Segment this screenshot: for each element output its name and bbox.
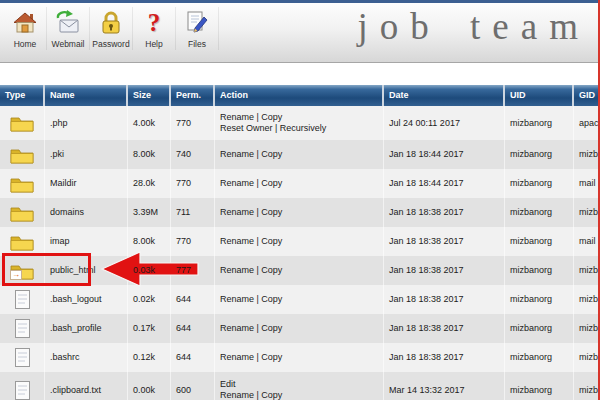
file-size: 0.17k	[133, 323, 170, 334]
file-size: 8.00k	[133, 149, 170, 160]
file-gid: mizbanorg	[579, 207, 599, 218]
brand-logo: job team	[358, 5, 590, 48]
file-uid: mizbanorg	[510, 236, 573, 247]
file-perm: 777	[176, 265, 214, 276]
toolbar-item-password[interactable]: Password	[90, 7, 133, 50]
help-icon: ?	[140, 9, 168, 37]
table-row[interactable]: → Maildir 28.0k 770 Rename | Copy Jan 18…	[0, 169, 600, 198]
file-table: Type Name Size Perm. Action Date UID GID	[0, 85, 600, 400]
file-date: Jan 18 18:38 2017	[389, 236, 504, 247]
toolbar-item-webmail[interactable]: Webmail	[47, 7, 90, 50]
table-row[interactable]: → public_html 0.03k 777 Rename | Copy Ja…	[0, 256, 600, 285]
folder-icon	[10, 114, 34, 132]
file-name-link[interactable]: .bash_profile	[50, 323, 127, 334]
column-header-date[interactable]: Date	[384, 85, 505, 106]
file-uid: mizbanorg	[510, 294, 573, 305]
file-perm: 770	[176, 236, 214, 247]
file-name-link[interactable]: .bash_logout	[50, 294, 127, 305]
file-perm: 644	[176, 323, 214, 334]
file-name-link[interactable]: .pki	[50, 149, 127, 160]
file-uid: mizbanorg	[510, 118, 573, 129]
file-gid: mizbanorg	[579, 149, 599, 160]
column-header-action[interactable]: Action	[215, 85, 384, 106]
file-date: Jan 18 18:44 2017	[389, 149, 504, 160]
home-icon	[11, 9, 39, 37]
file-type-cell: →	[0, 256, 45, 285]
file-perm: 770	[176, 118, 214, 129]
file-size: 3.39M	[133, 207, 170, 218]
table-row[interactable]: → domains 3.39M 711 Rename | Copy Jan 18…	[0, 198, 600, 227]
toolbar: Home Webmail	[0, 0, 600, 63]
file-type-cell: →	[0, 198, 45, 227]
action-links-line[interactable]: Edit	[220, 379, 383, 390]
column-header-gid[interactable]: GID	[574, 85, 600, 106]
file-uid: mizbanorg	[510, 385, 573, 396]
file-date: Jan 18 18:38 2017	[389, 265, 504, 276]
file-uid: mizbanorg	[510, 178, 573, 189]
file-name-link[interactable]: .clipboard.txt	[50, 385, 127, 396]
file-date: Jan 18 18:38 2017	[389, 294, 504, 305]
folder-icon	[10, 146, 34, 164]
action-links-line[interactable]: Rename | Copy	[220, 352, 383, 363]
file-date: Jul 24 00:11 2017	[389, 118, 504, 129]
file-gid: mizbanorg	[579, 265, 599, 276]
table-row[interactable]: → .clipboard.txt 0.00k 600 Edit Rename |…	[0, 372, 600, 400]
file-size: 0.03k	[133, 265, 170, 276]
column-header-size[interactable]: Size	[128, 85, 171, 106]
column-header-name[interactable]: Name	[45, 85, 128, 106]
action-links-line[interactable]: Rename | Copy	[220, 207, 383, 218]
file-uid: mizbanorg	[510, 323, 573, 334]
file-name-link[interactable]: Maildir	[50, 178, 127, 189]
file-name-link[interactable]: imap	[50, 236, 127, 247]
file-date: Jan 18 18:38 2017	[389, 323, 504, 334]
table-row[interactable]: → imap 8.00k 770 Rename | Copy Jan 18 18…	[0, 227, 600, 256]
toolbar-item-home[interactable]: Home	[4, 7, 47, 50]
file-size: 4.00k	[133, 118, 170, 129]
action-links-line[interactable]: Rename | Copy	[220, 112, 383, 123]
file-perm: 740	[176, 149, 214, 160]
file-name-link[interactable]: .php	[50, 118, 127, 129]
action-links-line[interactable]: Rename | Copy	[220, 323, 383, 334]
column-header-perm[interactable]: Perm.	[171, 85, 215, 106]
action-links-line[interactable]: Rename | Copy	[220, 390, 383, 400]
file-icon	[15, 290, 30, 309]
table-row[interactable]: → .bash_logout 0.02k 644 Rename | Copy J…	[0, 285, 600, 314]
action-links-line[interactable]: Rename | Copy	[220, 265, 383, 276]
file-date: Jan 18 18:44 2017	[389, 178, 504, 189]
file-icon	[15, 381, 30, 400]
file-name-link[interactable]: .bashrc	[50, 352, 127, 363]
table-row[interactable]: → .bash_profile 0.17k 644 Rename | Copy …	[0, 314, 600, 343]
symlink-arrow-icon: →	[10, 270, 22, 280]
action-links-line[interactable]: Rename | Copy	[220, 178, 383, 189]
webmail-icon	[54, 9, 82, 37]
file-size: 0.00k	[133, 385, 170, 396]
table-row[interactable]: → .bashrc 0.12k 644 Rename | Copy Jan 18…	[0, 343, 600, 372]
column-header-uid[interactable]: UID	[505, 85, 574, 106]
toolbar-label-password: Password	[92, 39, 129, 49]
action-links-line[interactable]: Reset Owner | Recursively	[220, 123, 383, 134]
file-uid: mizbanorg	[510, 265, 573, 276]
file-type-cell: →	[0, 106, 45, 140]
file-size: 0.02k	[133, 294, 170, 305]
table-row[interactable]: → .pki 8.00k 740 Rename | Copy Jan 18 18…	[0, 140, 600, 169]
file-table-header: Type Name Size Perm. Action Date UID GID	[0, 85, 600, 106]
file-date: Mar 14 13:32 2017	[389, 385, 504, 396]
toolbar-item-help[interactable]: ? Help	[133, 7, 176, 50]
file-gid: mizbanorg	[579, 352, 599, 363]
file-size: 8.00k	[133, 236, 170, 247]
file-name-link[interactable]: public_html	[50, 265, 127, 276]
file-gid: mail	[579, 178, 599, 189]
action-links-line[interactable]: Rename | Copy	[220, 236, 383, 247]
action-links-line[interactable]: Rename | Copy	[220, 149, 383, 160]
file-name-link[interactable]: domains	[50, 207, 127, 218]
table-row[interactable]: → .php 4.00k 770 Rename | Copy Reset Own…	[0, 106, 600, 140]
file-perm: 770	[176, 178, 214, 189]
file-type-cell: →	[0, 140, 45, 169]
file-date: Jan 18 18:38 2017	[389, 352, 504, 363]
file-manager-screen: Home Webmail	[0, 0, 600, 400]
toolbar-label-files: Files	[188, 39, 206, 49]
file-type-cell: →	[0, 314, 45, 343]
toolbar-item-files[interactable]: Files	[176, 7, 219, 50]
action-links-line[interactable]: Rename | Copy	[220, 294, 383, 305]
column-header-type[interactable]: Type	[0, 85, 45, 106]
